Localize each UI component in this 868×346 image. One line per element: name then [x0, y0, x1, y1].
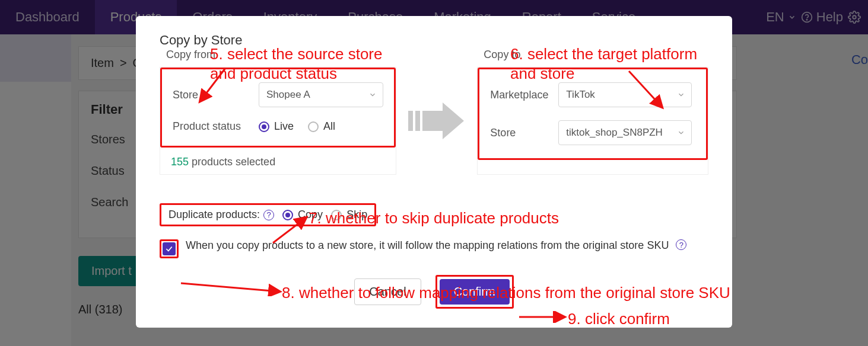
source-store-select[interactable]: Shopee A [259, 82, 383, 107]
selected-count: 155 products selected [160, 148, 396, 174]
radio-copy[interactable]: Copy [282, 209, 323, 221]
product-status-label: Product status [173, 120, 259, 133]
select-value: tiktok_shop_SN8PZH [566, 127, 663, 139]
radio-circle-icon [308, 121, 319, 132]
radio-live[interactable]: Live [259, 120, 294, 133]
product-status-radio-group: Live All [259, 120, 335, 133]
cancel-button[interactable]: Cancel [354, 278, 421, 305]
svg-marker-5 [422, 102, 464, 139]
copy-from-panel: Copy from Store Shopee A Product status … [160, 67, 396, 175]
chevron-down-icon [677, 129, 685, 137]
follow-mapping-text: When you copy products to a new store, i… [186, 239, 669, 252]
radio-label: All [323, 120, 335, 133]
radio-circle-icon [282, 210, 293, 220]
arrow-divider [396, 67, 477, 175]
follow-mapping-row: When you copy products to a new store, i… [160, 239, 708, 258]
radio-circle-icon [259, 121, 269, 132]
svg-rect-4 [415, 111, 420, 131]
radio-label: Live [274, 120, 294, 133]
arrow-right-icon [407, 100, 466, 142]
chevron-down-icon [368, 91, 377, 99]
copy-to-label: Copy to [484, 49, 520, 61]
confirm-button[interactable]: Confirm [440, 279, 510, 305]
target-marketplace-select[interactable]: TikTok [558, 82, 692, 107]
radio-all[interactable]: All [308, 120, 335, 133]
help-circle-icon[interactable]: ? [676, 239, 686, 250]
store-label: Store [173, 89, 259, 101]
duplicate-products-label: Duplicate products: ? [168, 209, 274, 221]
modal-button-row: Cancel Confirm [160, 275, 708, 309]
target-store-label: Store [490, 127, 558, 139]
copy-from-label: Copy from [166, 49, 215, 61]
select-value: Shopee A [266, 89, 310, 101]
help-circle-icon[interactable]: ? [263, 210, 274, 220]
selected-count-text: products selected [192, 156, 275, 168]
check-icon [165, 245, 173, 253]
follow-mapping-checkbox[interactable] [163, 242, 176, 255]
modal-title: Copy by Store [160, 33, 708, 48]
copy-by-store-modal: Copy by Store Copy from Store Shopee A P… [136, 16, 732, 328]
marketplace-label: Marketplace [490, 89, 558, 101]
radio-skip[interactable]: Skip [331, 209, 367, 221]
selected-count-number: 155 [171, 156, 189, 168]
radio-label: Skip [346, 209, 367, 221]
target-store-select[interactable]: tiktok_shop_SN8PZH [558, 120, 692, 145]
radio-circle-icon [331, 210, 342, 220]
select-value: TikTok [566, 89, 595, 101]
chevron-down-icon [677, 91, 685, 99]
copy-to-panel: Copy to Marketplace TikTok Store tiktok_… [477, 67, 708, 175]
duplicate-label-text: Duplicate products: [168, 209, 260, 221]
svg-rect-3 [408, 111, 413, 131]
duplicate-products-row: Duplicate products: ? Copy Skip [160, 203, 376, 226]
radio-label: Copy [298, 209, 323, 221]
